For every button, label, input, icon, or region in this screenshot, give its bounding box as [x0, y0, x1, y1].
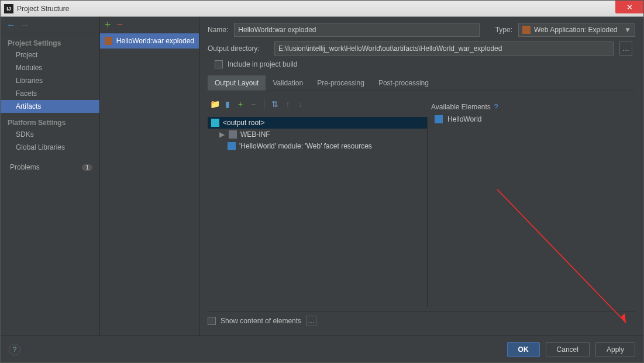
help-icon[interactable]: ?	[494, 103, 498, 111]
close-button[interactable]: ✕	[615, 1, 643, 13]
platform-settings-header: Platform Settings	[1, 113, 99, 128]
available-elements-panel: Available Elements ? HelloWorld	[428, 117, 635, 307]
folder-icon	[229, 130, 237, 139]
tab-post-processing[interactable]: Post-processing	[371, 75, 436, 91]
include-build-checkbox[interactable]	[215, 60, 223, 68]
name-input[interactable]	[234, 23, 480, 37]
title-bar: IJ Project Structure ✕	[1, 1, 643, 17]
back-icon[interactable]: ←	[6, 20, 16, 30]
add-copy-icon[interactable]: +	[236, 99, 245, 109]
output-root-icon	[211, 119, 219, 127]
tree-root[interactable]: <output root>	[208, 117, 427, 129]
artifact-name: HelloWorld:war exploded	[116, 37, 194, 45]
output-tree: <output root> ▶ WEB-INF 'HelloWorld' mod…	[208, 117, 428, 307]
project-settings-header: Project Settings	[1, 33, 99, 49]
sidebar-item-libraries[interactable]: Libraries	[1, 74, 99, 87]
chevron-down-icon: ▼	[624, 26, 631, 34]
available-item[interactable]: HelloWorld	[431, 113, 635, 125]
new-archive-icon[interactable]: ▮	[223, 99, 232, 109]
sidebar-item-project[interactable]: Project	[1, 49, 99, 61]
show-content-options-button[interactable]: …	[306, 316, 316, 326]
available-elements-header: Available Elements	[431, 103, 491, 111]
move-up-icon[interactable]: ↑	[283, 99, 292, 109]
forward-icon[interactable]: →	[20, 20, 30, 30]
sidebar-item-sdks[interactable]: SDKs	[1, 128, 99, 141]
output-directory-input[interactable]	[274, 42, 614, 56]
name-label: Name:	[208, 26, 228, 34]
sidebar-item-artifacts[interactable]: Artifacts	[1, 100, 99, 113]
apply-button[interactable]: Apply	[595, 342, 635, 357]
app-icon: IJ	[4, 4, 13, 13]
module-icon	[435, 115, 443, 123]
show-content-checkbox[interactable]	[208, 317, 216, 325]
tree-webinf-label: WEB-INF	[240, 130, 270, 139]
ok-button[interactable]: OK	[507, 342, 540, 357]
artifact-list-item[interactable]: HelloWorld:war exploded	[100, 33, 199, 49]
new-folder-icon[interactable]: 📁	[210, 99, 219, 109]
remove-artifact-button[interactable]: −	[117, 19, 123, 31]
show-content-label: Show content of elements	[221, 317, 301, 325]
move-down-icon[interactable]: ↓	[296, 99, 305, 109]
archive-icon	[105, 37, 112, 45]
tree-facet[interactable]: 'HelloWorld' module: 'Web' facet resourc…	[208, 140, 427, 152]
tree-facet-label: 'HelloWorld' module: 'Web' facet resourc…	[239, 142, 372, 150]
add-artifact-button[interactable]: +	[105, 19, 111, 31]
problems-label: Problems	[10, 163, 40, 171]
tab-validation[interactable]: Validation	[266, 75, 310, 91]
sidebar-item-global-libraries[interactable]: Global Libraries	[1, 141, 99, 154]
type-label: Type:	[495, 26, 512, 34]
window-title: Project Structure	[17, 5, 69, 13]
web-facet-icon	[228, 142, 236, 150]
tree-webinf[interactable]: ▶ WEB-INF	[208, 129, 427, 140]
sidebar-item-facets[interactable]: Facets	[1, 87, 99, 100]
available-item-label: HelloWorld	[447, 115, 481, 123]
archive-icon	[522, 26, 531, 34]
tab-output-layout[interactable]: Output Layout	[208, 75, 266, 91]
main-panel: Name: Type: Web Application: Exploded ▼ …	[199, 17, 643, 336]
browse-button[interactable]: …	[619, 42, 632, 56]
type-select[interactable]: Web Application: Exploded ▼	[518, 23, 635, 37]
footer-help-button[interactable]: ?	[9, 344, 20, 355]
expand-icon[interactable]: ▶	[219, 130, 225, 139]
remove-icon[interactable]: −	[249, 99, 258, 109]
include-build-label: Include in project build	[228, 60, 297, 68]
left-sidebar: ← → Project Settings Project Modules Lib…	[1, 17, 100, 336]
output-directory-label: Output directory:	[208, 44, 268, 53]
sidebar-item-problems[interactable]: Problems 1	[1, 161, 99, 174]
sidebar-item-modules[interactable]: Modules	[1, 61, 99, 74]
tabs: Output Layout Validation Pre-processing …	[208, 75, 635, 91]
problems-count-badge: 1	[82, 164, 92, 171]
cancel-button[interactable]: Cancel	[546, 342, 590, 357]
artifact-list-panel: + − HelloWorld:war exploded	[100, 17, 199, 336]
type-value: Web Application: Exploded	[534, 26, 618, 34]
sort-icon[interactable]: ⇅	[270, 99, 280, 109]
tab-pre-processing[interactable]: Pre-processing	[310, 75, 371, 91]
tree-root-label: <output root>	[223, 119, 264, 127]
dialog-footer: ? OK Cancel Apply	[1, 336, 643, 362]
